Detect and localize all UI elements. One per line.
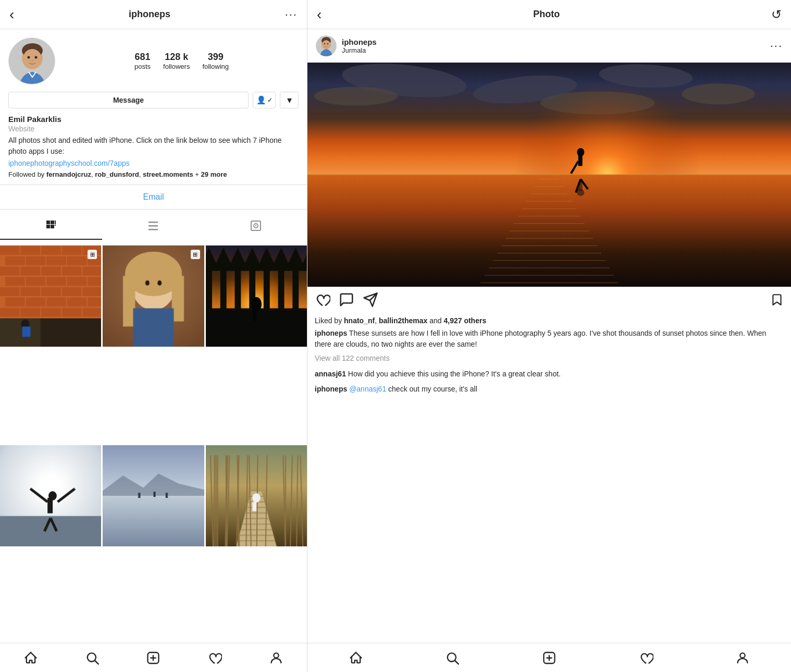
- grid-icon: [45, 219, 57, 235]
- stat-followers[interactable]: 128 k followers: [163, 52, 190, 70]
- add-icon-right[interactable]: [542, 651, 557, 665]
- follow-button[interactable]: 👤 ✓: [253, 92, 276, 108]
- caption-text: These sunsets are how I fell in love wit…: [315, 329, 766, 348]
- follower-2[interactable]: rob_dunsford: [95, 170, 139, 178]
- profile-icon[interactable]: [269, 651, 283, 665]
- grid-cell-4[interactable]: [0, 445, 101, 546]
- stat-posts[interactable]: 681 posts: [134, 52, 151, 70]
- add-icon[interactable]: [146, 651, 160, 665]
- tab-list[interactable]: [102, 215, 204, 240]
- multipost-badge-1: ⊞: [88, 250, 97, 259]
- svg-point-36: [740, 653, 745, 657]
- list-icon: [147, 219, 159, 235]
- comment-1-text: How did you achieve this using the iPhon…: [346, 370, 561, 378]
- grid-cell-2[interactable]: ⊞: [103, 246, 204, 347]
- heart-icon-right[interactable]: [639, 651, 653, 665]
- dropdown-button[interactable]: ▾: [280, 92, 299, 108]
- search-icon[interactable]: [85, 651, 100, 665]
- right-panel: ‹ Photo ↺ iphoneps Jurmala ···: [307, 0, 791, 672]
- bookmark-button[interactable]: [770, 293, 784, 310]
- liker-1[interactable]: hnato_nf: [344, 316, 375, 325]
- post-actions: [307, 287, 791, 316]
- tab-bar: [0, 210, 307, 246]
- svg-point-4: [28, 56, 30, 59]
- bottom-nav-left: [0, 643, 307, 672]
- svg-rect-14: [149, 225, 158, 227]
- post-location[interactable]: Jurmala: [342, 46, 377, 54]
- comment-button[interactable]: [339, 292, 354, 311]
- left-panel: ‹ iphoneps ···: [0, 0, 307, 672]
- message-button[interactable]: Message: [8, 92, 249, 108]
- post-likes: Liked by hnato_nf, ballin2themax and 4,9…: [307, 316, 791, 328]
- svg-rect-7: [51, 221, 54, 224]
- svg-point-18: [255, 225, 256, 226]
- svg-point-30: [327, 43, 328, 44]
- right-header: ‹ Photo ↺: [307, 0, 791, 29]
- svg-point-3: [23, 49, 42, 69]
- post-username[interactable]: iphoneps: [342, 38, 377, 46]
- post-user-info: iphoneps Jurmala: [342, 38, 377, 54]
- profile-icon-right[interactable]: [735, 651, 750, 665]
- home-icon-right[interactable]: [349, 651, 363, 665]
- grid-cell-5[interactable]: [103, 445, 204, 546]
- profile-top: 681 posts 128 k followers 399 following: [8, 38, 299, 84]
- svg-rect-12: [46, 225, 47, 226]
- share-button[interactable]: [363, 292, 378, 311]
- tagged-icon: [250, 219, 262, 235]
- svg-point-29: [324, 43, 325, 44]
- comment-2: iphoneps @annasj61 check out my course, …: [307, 382, 791, 397]
- svg-line-20: [95, 661, 98, 664]
- chevron-down-icon: ▾: [287, 94, 292, 106]
- tab-tagged[interactable]: [205, 215, 307, 240]
- grid-cell-1[interactable]: ⊞: [0, 246, 101, 347]
- back-button-right[interactable]: ‹: [317, 6, 322, 23]
- multipost-badge-2: ⊞: [191, 250, 200, 259]
- comment-2-username[interactable]: iphoneps: [315, 385, 347, 393]
- follower-3[interactable]: street.moments: [143, 170, 193, 178]
- comment-1: annasj61 How did you achieve this using …: [307, 366, 791, 382]
- view-comments-link[interactable]: View all 122 comments: [307, 354, 791, 366]
- email-section: Email: [0, 185, 307, 210]
- post-more-button[interactable]: ···: [770, 39, 783, 53]
- post-image: [307, 63, 791, 287]
- avatar: [8, 38, 55, 84]
- post-avatar[interactable]: [316, 35, 337, 56]
- caption-username[interactable]: iphoneps: [315, 329, 347, 337]
- like-button[interactable]: [315, 292, 330, 311]
- svg-point-24: [274, 653, 278, 657]
- search-icon-right[interactable]: [445, 651, 460, 665]
- more-button-left[interactable]: ···: [285, 8, 298, 21]
- liker-2[interactable]: ballin2themax: [379, 316, 427, 325]
- svg-line-32: [455, 661, 459, 664]
- svg-rect-11: [55, 225, 56, 226]
- comment-2-mention[interactable]: @annasj61: [349, 385, 386, 393]
- comment-1-username[interactable]: annasj61: [315, 370, 346, 378]
- home-icon[interactable]: [23, 651, 38, 665]
- person-icon: 👤: [256, 95, 266, 105]
- left-title: iphoneps: [129, 9, 170, 20]
- follower-1[interactable]: fernandojcruz: [46, 170, 91, 178]
- bottom-nav-right: [307, 643, 791, 672]
- svg-point-5: [35, 56, 38, 59]
- svg-rect-6: [46, 221, 50, 224]
- heart-icon[interactable]: [207, 651, 222, 665]
- tab-grid[interactable]: [0, 215, 102, 240]
- followers-count: 128 k: [165, 52, 188, 63]
- svg-rect-8: [55, 221, 56, 224]
- email-link[interactable]: Email: [143, 192, 164, 202]
- posts-label: posts: [134, 63, 151, 70]
- profile-section: 681 posts 128 k followers 399 following …: [0, 29, 307, 185]
- likes-count[interactable]: 4,927 others: [443, 316, 486, 325]
- back-button-left[interactable]: ‹: [9, 6, 14, 23]
- grid-cell-6[interactable]: [206, 445, 307, 546]
- refresh-icon[interactable]: ↺: [771, 7, 782, 22]
- stat-following[interactable]: 399 following: [202, 52, 229, 70]
- followers-label: followers: [163, 63, 190, 70]
- svg-rect-15: [149, 229, 158, 230]
- post-caption: iphoneps These sunsets are how I fell in…: [307, 328, 791, 354]
- right-title: Photo: [533, 9, 560, 20]
- profile-link[interactable]: iphonephotographyschool.com/7apps: [8, 159, 299, 167]
- left-header: ‹ iphoneps ···: [0, 0, 307, 29]
- grid-cell-3[interactable]: [206, 246, 307, 347]
- follower-more: 29 more: [201, 170, 227, 178]
